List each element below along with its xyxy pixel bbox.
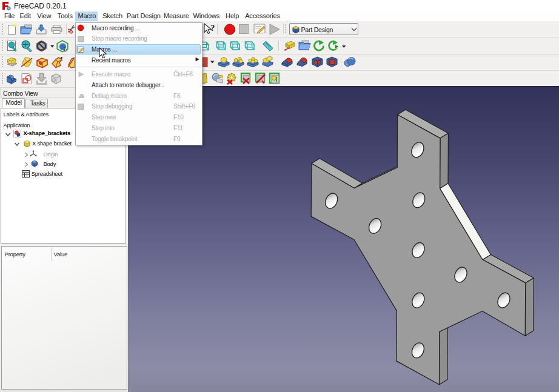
svg-text:?: ? [210,23,215,33]
